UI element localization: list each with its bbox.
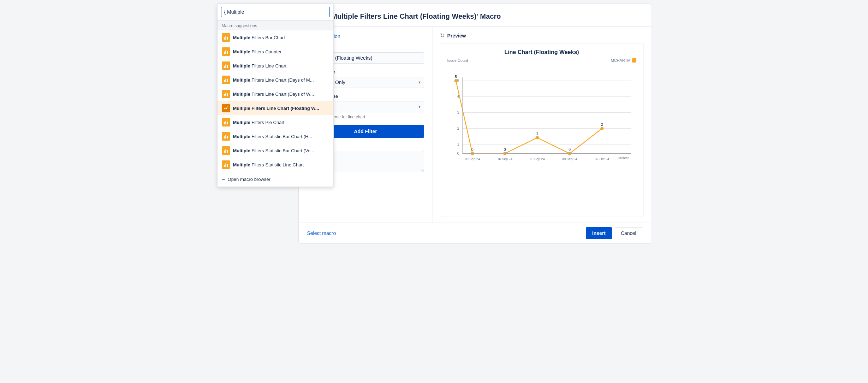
macro-list: Multiple Filters Bar Chart Multiple Filt… — [218, 30, 333, 172]
suggestions-label: Macro suggestions — [218, 20, 333, 30]
svg-rect-9 — [224, 80, 225, 82]
bar-chart-icon — [222, 33, 230, 42]
search-wrapper — [218, 4, 333, 20]
pie-chart-icon — [222, 118, 230, 126]
chart-legend: Issue Count MCHARTM — [446, 58, 638, 63]
svg-rect-20 — [227, 136, 228, 139]
svg-text:16 Sep 24: 16 Sep 24 — [497, 157, 512, 161]
legend-color-box — [632, 58, 636, 63]
svg-text:0: 0 — [457, 152, 459, 155]
search-input[interactable] — [221, 7, 330, 17]
select-macro-link[interactable]: Select macro — [307, 230, 336, 236]
macro-item-label: Multiple Filters Line Chart — [233, 63, 287, 69]
svg-text:0: 0 — [504, 148, 506, 152]
dialog-body: Documentation Title * Display Type Line … — [299, 26, 651, 223]
preview-header: ↻ Preview — [440, 32, 644, 39]
macro-item-label: Multiple Filters Bar Chart — [233, 35, 285, 40]
statistic-bar-v-icon — [222, 146, 230, 155]
svg-rect-2 — [227, 37, 228, 40]
statistic-line-icon — [222, 160, 230, 169]
macro-item-statistic-bar-h[interactable]: Multiple Filters Statistic Bar Chart (H.… — [218, 129, 333, 143]
data-point-5 — [600, 127, 604, 130]
svg-rect-5 — [227, 51, 228, 54]
svg-text:1: 1 — [536, 132, 538, 136]
chart-title: Line Chart (Floating Weeks) — [446, 49, 638, 55]
svg-text:2: 2 — [457, 126, 459, 130]
svg-text:1: 1 — [457, 142, 459, 146]
insert-button[interactable]: Insert — [586, 227, 612, 239]
macro-suggestions-dropdown: Macro suggestions Multiple Filters Bar C… — [217, 4, 334, 187]
data-point-3 — [535, 136, 539, 139]
line-chart-svg: 5 4 3 2 1 0 09 Sep 24 16 Sep 24 23 Sep 2… — [446, 64, 638, 177]
dialog-header: Insert 'Multiple Filters Line Chart (Flo… — [299, 4, 651, 26]
svg-rect-25 — [225, 164, 226, 167]
macro-item-counter[interactable]: Multiple Filters Counter — [218, 45, 333, 59]
svg-rect-22 — [225, 149, 226, 153]
legend-label: MCHARTM — [611, 58, 630, 63]
svg-text:2: 2 — [601, 123, 603, 126]
svg-text:0: 0 — [569, 148, 571, 152]
dialog-footer: Select macro Insert Cancel — [299, 223, 651, 243]
svg-rect-7 — [225, 65, 226, 68]
macro-item-line-chart-floating[interactable]: Multiple Filters Line Chart (Floating W.… — [218, 101, 333, 115]
statistic-bar-h-icon — [222, 132, 230, 141]
macro-item-bar-chart[interactable]: Multiple Filters Bar Chart — [218, 30, 333, 45]
macro-item-line-chart-days-m[interactable]: Multiple Filters Line Chart (Days of M..… — [218, 73, 333, 87]
macro-item-label: Multiple Filters Statistic Bar Chart (H.… — [233, 134, 313, 139]
macro-item-statistic-bar-v[interactable]: Multiple Filters Statistic Bar Chart (Ve… — [218, 143, 333, 158]
svg-rect-10 — [225, 79, 226, 82]
data-point-start — [454, 79, 457, 82]
open-macro-browser[interactable]: ··· Open macro browser — [218, 172, 333, 187]
svg-rect-11 — [227, 79, 228, 82]
svg-rect-1 — [225, 36, 226, 40]
macro-item-label: Multiple Filters Statistic Line Chart — [233, 162, 304, 167]
dots-icon: ··· — [222, 176, 225, 183]
macro-item-line-chart-days-w[interactable]: Multiple Filters Line Chart (Days of W..… — [218, 87, 333, 101]
svg-text:5: 5 — [455, 75, 457, 79]
svg-rect-12 — [224, 94, 225, 96]
svg-text:0: 0 — [471, 148, 474, 152]
open-macro-browser-label: Open macro browser — [228, 177, 270, 182]
svg-text:23 Sep 24: 23 Sep 24 — [530, 157, 545, 161]
dialog-title: Insert 'Multiple Filters Line Chart (Flo… — [309, 12, 641, 20]
svg-text:30 Sep 24: 30 Sep 24 — [562, 157, 577, 161]
macro-item-label: Multiple Filters Line Chart (Floating W.… — [233, 106, 319, 111]
line-chart-icon — [222, 61, 230, 70]
footer-actions: Insert Cancel — [586, 227, 642, 239]
macro-item-label: Multiple Filters Pie Chart — [233, 120, 285, 125]
refresh-icon[interactable]: ↻ — [440, 32, 445, 39]
svg-text:3: 3 — [457, 111, 459, 114]
svg-text:07 Oct 24: 07 Oct 24 — [595, 157, 609, 161]
macro-item-line-chart[interactable]: Multiple Filters Line Chart — [218, 59, 333, 73]
svg-rect-17 — [227, 122, 228, 124]
svg-rect-26 — [227, 164, 228, 167]
preview-title: Preview — [447, 33, 466, 39]
macro-item-label: Multiple Filters Statistic Bar Chart (Ve… — [233, 148, 314, 153]
svg-rect-13 — [225, 93, 226, 96]
line-chart-floating-icon — [222, 104, 230, 112]
macro-item-pie-chart[interactable]: Multiple Filters Pie Chart — [218, 115, 333, 129]
y-axis-label: Issue Count — [447, 58, 468, 63]
svg-rect-24 — [224, 165, 225, 167]
svg-rect-16 — [225, 121, 226, 125]
macro-item-statistic-line[interactable]: Multiple Filters Statistic Line Chart — [218, 158, 333, 172]
line-chart-days-m-icon — [222, 76, 230, 84]
svg-rect-23 — [227, 150, 228, 153]
macro-item-label: Multiple Filters Line Chart (Days of W..… — [233, 92, 314, 97]
svg-rect-8 — [227, 65, 228, 68]
cancel-button[interactable]: Cancel — [615, 227, 642, 239]
chart-container: Line Chart (Floating Weeks) Issue Count … — [440, 43, 644, 217]
macro-item-label: Multiple Filters Line Chart (Days of M..… — [233, 77, 314, 83]
svg-text:Created: Created — [618, 156, 629, 160]
svg-rect-4 — [225, 51, 226, 54]
legend-right: MCHARTM — [611, 58, 636, 63]
svg-rect-18 — [224, 136, 225, 139]
svg-rect-6 — [224, 66, 225, 68]
svg-rect-0 — [224, 37, 225, 40]
svg-text:09 Sep 24: 09 Sep 24 — [465, 157, 480, 161]
svg-rect-14 — [227, 93, 228, 96]
svg-rect-21 — [224, 151, 225, 153]
chart-svg-wrapper: 5 4 3 2 1 0 09 Sep 24 16 Sep 24 23 Sep 2… — [446, 64, 638, 211]
main-dialog: Insert 'Multiple Filters Line Chart (Flo… — [298, 4, 651, 244]
counter-icon — [222, 47, 230, 56]
